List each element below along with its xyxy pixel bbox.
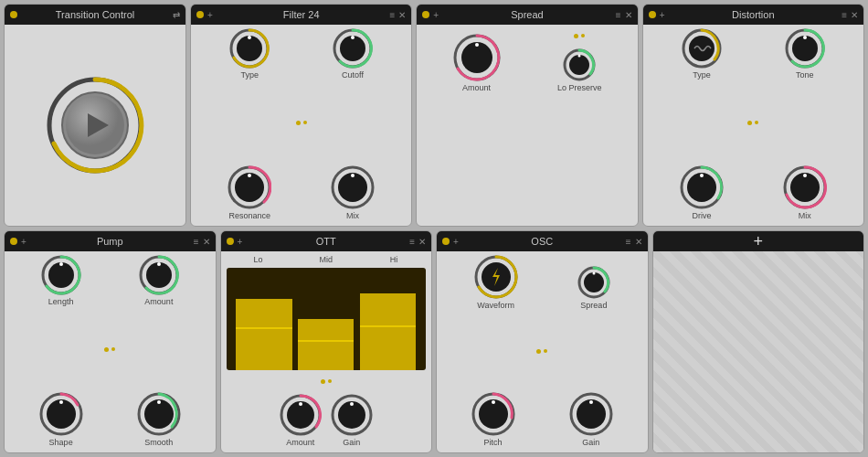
dist-type-label: Type bbox=[693, 70, 711, 80]
module-add-body[interactable] bbox=[653, 251, 864, 452]
power-dot[interactable] bbox=[10, 11, 17, 18]
filter24-mix-knob[interactable] bbox=[331, 165, 375, 209]
osc-waveform-knob[interactable] bbox=[474, 255, 518, 299]
svg-point-38 bbox=[157, 262, 161, 266]
svg-point-20 bbox=[569, 55, 589, 75]
ott-mid-label: Mid bbox=[294, 255, 358, 264]
module-filter24: + Filter 24 ≡ ✕ Type bbox=[190, 4, 412, 227]
osc-gain-knob-wrap: Gain bbox=[569, 392, 613, 447]
connector-dot-1 bbox=[747, 121, 752, 125]
power-dot[interactable] bbox=[422, 11, 429, 18]
osc-spread-label: Spread bbox=[580, 301, 607, 310]
ott-gain-knob[interactable] bbox=[331, 394, 373, 436]
osc-gain-knob[interactable] bbox=[569, 392, 613, 436]
connector-dot-1 bbox=[296, 121, 301, 125]
ott-amount-knob[interactable] bbox=[280, 394, 322, 436]
filter24-top-row: Type Cutoff bbox=[198, 28, 404, 80]
ott-hi-label: Hi bbox=[362, 255, 426, 264]
filter24-cutoff-knob-wrap: Cutoff bbox=[333, 28, 373, 80]
svg-point-15 bbox=[351, 174, 355, 177]
svg-point-55 bbox=[592, 272, 595, 275]
add-icon[interactable]: + bbox=[433, 10, 439, 20]
ott-bar-hi bbox=[360, 293, 416, 370]
resize-icon[interactable]: ✕ bbox=[203, 237, 210, 247]
resize-icon[interactable]: ✕ bbox=[635, 237, 642, 247]
module-add[interactable]: + bbox=[652, 230, 865, 453]
power-dot[interactable] bbox=[10, 238, 17, 245]
menu-icon[interactable]: ≡ bbox=[409, 237, 415, 247]
big-knob[interactable] bbox=[45, 75, 145, 175]
resize-icon[interactable]: ✕ bbox=[625, 10, 632, 20]
row-2: + Pump ≡ ✕ Length bbox=[4, 230, 864, 453]
dist-type-knob[interactable] bbox=[682, 28, 722, 69]
menu-icon[interactable]: ≡ bbox=[389, 10, 395, 20]
module-add-header[interactable]: + bbox=[653, 231, 864, 251]
connector-dot-1 bbox=[536, 349, 541, 354]
module-transition-body bbox=[5, 25, 185, 226]
add-icon[interactable]: + bbox=[21, 237, 26, 247]
pump-smooth-label: Smooth bbox=[144, 438, 173, 447]
dist-drive-knob[interactable] bbox=[680, 165, 724, 209]
spread-lopreserve-knob[interactable] bbox=[563, 48, 596, 81]
power-dot[interactable] bbox=[196, 11, 204, 18]
ott-bar-mid bbox=[298, 319, 354, 370]
add-icon[interactable]: + bbox=[238, 237, 243, 247]
ott-bar-lo bbox=[236, 299, 291, 370]
add-plus-icon[interactable]: + bbox=[753, 232, 763, 251]
power-dot[interactable] bbox=[649, 11, 656, 18]
osc-spread-knob[interactable] bbox=[577, 266, 610, 299]
resize-icon[interactable]: ✕ bbox=[851, 10, 858, 20]
pump-smooth-knob[interactable] bbox=[137, 392, 181, 436]
osc-waveform-label: Waveform bbox=[477, 301, 514, 310]
module-distortion-body: Type Tone bbox=[643, 25, 863, 226]
power-dot[interactable] bbox=[227, 238, 234, 245]
filter24-cutoff-knob[interactable] bbox=[333, 28, 373, 69]
svg-point-12 bbox=[248, 174, 251, 177]
ott-chart[interactable] bbox=[227, 268, 427, 370]
dist-tone-knob[interactable] bbox=[785, 28, 825, 69]
add-icon[interactable]: + bbox=[453, 237, 459, 247]
svg-point-5 bbox=[237, 36, 262, 61]
filter24-type-label: Type bbox=[241, 70, 259, 80]
dist-bottom-row: Drive Mix bbox=[651, 165, 856, 220]
ott-amount-label: Amount bbox=[286, 438, 314, 447]
svg-point-8 bbox=[340, 36, 365, 61]
pump-amount-knob-wrap: Amount bbox=[139, 255, 179, 306]
osc-pitch-knob[interactable] bbox=[471, 392, 515, 436]
menu-icon[interactable]: ≡ bbox=[616, 10, 621, 20]
filter24-type-knob[interactable] bbox=[229, 28, 270, 69]
arrows-icon[interactable]: ⇄ bbox=[173, 10, 180, 20]
menu-icon[interactable]: ≡ bbox=[626, 237, 631, 247]
menu-icon[interactable]: ≡ bbox=[194, 237, 199, 247]
module-pump-header: + Pump ≡ ✕ bbox=[5, 231, 216, 251]
ott-lo-line bbox=[236, 327, 291, 329]
menu-icon[interactable]: ≡ bbox=[842, 10, 847, 20]
add-icon[interactable]: + bbox=[207, 10, 213, 20]
pump-length-knob[interactable] bbox=[41, 255, 81, 295]
module-osc: + OSC ≡ ✕ Waveform bbox=[436, 230, 649, 453]
resize-icon[interactable]: ✕ bbox=[418, 237, 426, 247]
pump-amount-knob[interactable] bbox=[139, 255, 179, 295]
dist-mix-knob[interactable] bbox=[783, 165, 827, 209]
power-dot[interactable] bbox=[442, 238, 450, 245]
connector-dot-1 bbox=[574, 34, 578, 38]
pump-top-row: Length Amount bbox=[12, 255, 208, 306]
pump-shape-knob[interactable] bbox=[39, 392, 83, 436]
osc-gain-label: Gain bbox=[582, 438, 599, 447]
resize-icon[interactable]: ✕ bbox=[398, 10, 406, 20]
dist-type-knob-wrap: Type bbox=[682, 28, 722, 80]
module-transition: Transition Control ⇄ bbox=[4, 4, 186, 227]
osc-spread-knob-wrap: Spread bbox=[577, 266, 610, 310]
spread-amount-knob[interactable] bbox=[453, 34, 501, 81]
svg-point-54 bbox=[584, 272, 604, 292]
dist-mix-label: Mix bbox=[799, 211, 811, 220]
svg-point-6 bbox=[248, 36, 251, 39]
connector-dot-2 bbox=[544, 349, 547, 353]
add-icon[interactable]: + bbox=[660, 10, 665, 20]
connector-dot-2 bbox=[303, 121, 307, 124]
filter24-cutoff-label: Cutoff bbox=[342, 70, 364, 80]
connector-dot-2 bbox=[755, 121, 758, 124]
pump-bottom-row: Shape Smooth bbox=[12, 392, 208, 447]
dist-tone-label: Tone bbox=[796, 70, 814, 80]
filter24-resonance-knob[interactable] bbox=[228, 165, 271, 209]
